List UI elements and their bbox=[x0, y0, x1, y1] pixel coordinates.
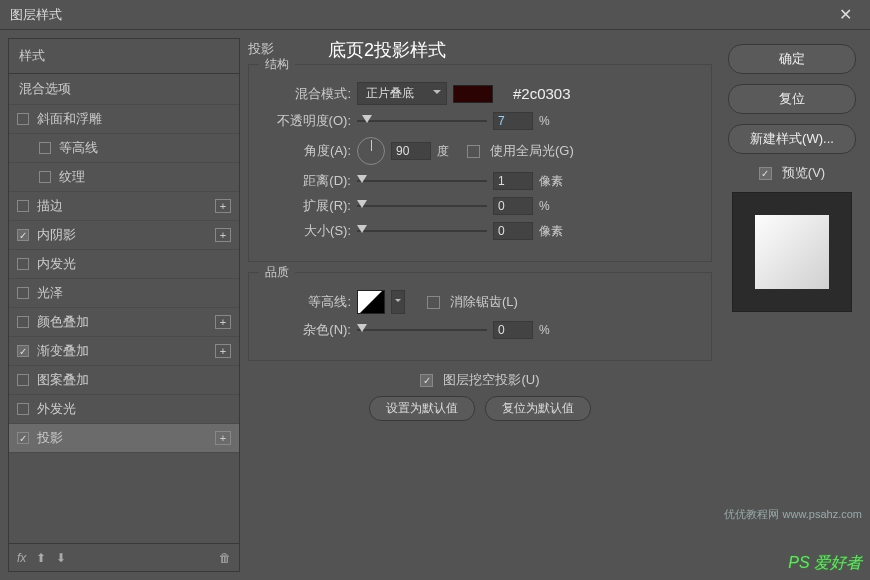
cancel-button[interactable]: 复位 bbox=[728, 84, 856, 114]
blending-options[interactable]: 混合选项 bbox=[9, 74, 239, 105]
contour-picker[interactable] bbox=[357, 290, 385, 314]
spread-label: 扩展(R): bbox=[263, 197, 351, 215]
sidebar-footer: fx ⬆ ⬇ 🗑 bbox=[9, 543, 239, 571]
noise-unit: % bbox=[539, 323, 563, 337]
checkbox-icon[interactable] bbox=[17, 258, 29, 270]
style-contour-sub[interactable]: 等高线 bbox=[9, 134, 239, 163]
quality-legend: 品质 bbox=[259, 264, 295, 281]
sidebar-header: 样式 bbox=[9, 39, 239, 74]
distance-input[interactable] bbox=[493, 172, 533, 190]
blend-mode-select[interactable]: 正片叠底 bbox=[357, 82, 447, 105]
window-title: 图层样式 bbox=[10, 6, 831, 24]
size-slider[interactable] bbox=[357, 224, 487, 238]
opacity-label: 不透明度(O): bbox=[263, 112, 351, 130]
style-stroke[interactable]: 描边+ bbox=[9, 192, 239, 221]
ok-button[interactable]: 确定 bbox=[728, 44, 856, 74]
settings-panel: 投影 底页2投影样式 结构 混合模式: 正片叠底 #2c0303 不透明度(O)… bbox=[248, 38, 712, 572]
checkbox-icon[interactable] bbox=[17, 316, 29, 328]
size-input[interactable] bbox=[493, 222, 533, 240]
checkbox-icon[interactable] bbox=[17, 229, 29, 241]
spread-slider[interactable] bbox=[357, 199, 487, 213]
main-panel: 投影 底页2投影样式 结构 混合模式: 正片叠底 #2c0303 不透明度(O)… bbox=[248, 38, 862, 572]
hex-value: #2c0303 bbox=[513, 85, 571, 102]
panel-title: 投影 bbox=[248, 40, 712, 58]
checkbox-icon[interactable] bbox=[17, 345, 29, 357]
close-icon[interactable]: ✕ bbox=[831, 5, 860, 24]
reset-default-button[interactable]: 复位为默认值 bbox=[485, 396, 591, 421]
opacity-row: 不透明度(O): % bbox=[263, 112, 697, 130]
arrow-down-icon[interactable]: ⬇ bbox=[56, 551, 66, 565]
structure-group: 结构 混合模式: 正片叠底 #2c0303 不透明度(O): % bbox=[248, 64, 712, 262]
plus-icon[interactable]: + bbox=[215, 344, 231, 358]
checkbox-icon[interactable] bbox=[17, 113, 29, 125]
watermark: PS 爱好者 bbox=[788, 553, 862, 574]
spread-row: 扩展(R): % bbox=[263, 197, 697, 215]
spread-input[interactable] bbox=[493, 197, 533, 215]
checkbox-icon[interactable] bbox=[17, 432, 29, 444]
preview-checkbox[interactable] bbox=[759, 167, 772, 180]
color-swatch[interactable] bbox=[453, 85, 493, 103]
titlebar: 图层样式 ✕ bbox=[0, 0, 870, 30]
checkbox-icon[interactable] bbox=[39, 142, 51, 154]
angle-row: 角度(A): 度 使用全局光(G) bbox=[263, 137, 697, 165]
checkbox-icon[interactable] bbox=[17, 374, 29, 386]
global-light-checkbox[interactable] bbox=[467, 145, 480, 158]
knockout-label: 图层挖空投影(U) bbox=[443, 371, 539, 389]
structure-legend: 结构 bbox=[259, 56, 295, 73]
checkbox-icon[interactable] bbox=[17, 287, 29, 299]
make-default-button[interactable]: 设置为默认值 bbox=[369, 396, 475, 421]
checkbox-icon[interactable] bbox=[17, 200, 29, 212]
style-outer-glow[interactable]: 外发光 bbox=[9, 395, 239, 424]
style-inner-shadow[interactable]: 内阴影+ bbox=[9, 221, 239, 250]
opacity-input[interactable] bbox=[493, 112, 533, 130]
preview-label: 预览(V) bbox=[782, 164, 825, 182]
watermark-sub: 优优教程网 www.psahz.com bbox=[724, 507, 862, 522]
opacity-slider[interactable] bbox=[357, 114, 487, 128]
contour-row: 等高线: 消除锯齿(L) bbox=[263, 290, 697, 314]
noise-label: 杂色(N): bbox=[263, 321, 351, 339]
blend-mode-label: 混合模式: bbox=[263, 85, 351, 103]
knockout-row: 图层挖空投影(U) bbox=[248, 371, 712, 389]
size-row: 大小(S): 像素 bbox=[263, 222, 697, 240]
preview-toggle[interactable]: 预览(V) bbox=[759, 164, 825, 182]
style-bevel[interactable]: 斜面和浮雕 bbox=[9, 105, 239, 134]
distance-unit: 像素 bbox=[539, 173, 563, 190]
plus-icon[interactable]: + bbox=[215, 315, 231, 329]
style-satin[interactable]: 光泽 bbox=[9, 279, 239, 308]
angle-dial[interactable] bbox=[357, 137, 385, 165]
angle-input[interactable] bbox=[391, 142, 431, 160]
checkbox-icon[interactable] bbox=[39, 171, 51, 183]
noise-row: 杂色(N): % bbox=[263, 321, 697, 339]
noise-slider[interactable] bbox=[357, 323, 487, 337]
fx-icon[interactable]: fx bbox=[17, 551, 26, 565]
default-buttons: 设置为默认值 复位为默认值 bbox=[248, 396, 712, 421]
new-style-button[interactable]: 新建样式(W)... bbox=[728, 124, 856, 154]
distance-slider[interactable] bbox=[357, 174, 487, 188]
global-light-label: 使用全局光(G) bbox=[490, 142, 574, 160]
style-pattern-overlay[interactable]: 图案叠加 bbox=[9, 366, 239, 395]
size-label: 大小(S): bbox=[263, 222, 351, 240]
checkbox-icon[interactable] bbox=[17, 403, 29, 415]
plus-icon[interactable]: + bbox=[215, 199, 231, 213]
style-texture-sub[interactable]: 纹理 bbox=[9, 163, 239, 192]
knockout-checkbox[interactable] bbox=[420, 374, 433, 387]
trash-icon[interactable]: 🗑 bbox=[219, 551, 231, 565]
window-body: 样式 混合选项 斜面和浮雕 等高线 纹理 描边+ 内阴影+ 内发光 光泽 颜色叠… bbox=[0, 30, 870, 580]
style-drop-shadow[interactable]: 投影+ bbox=[9, 424, 239, 453]
style-inner-glow[interactable]: 内发光 bbox=[9, 250, 239, 279]
right-column: 确定 复位 新建样式(W)... 预览(V) bbox=[722, 38, 862, 572]
spread-unit: % bbox=[539, 199, 563, 213]
contour-dropdown-icon[interactable] bbox=[391, 290, 405, 314]
opacity-unit: % bbox=[539, 114, 563, 128]
style-gradient-overlay[interactable]: 渐变叠加+ bbox=[9, 337, 239, 366]
arrow-up-icon[interactable]: ⬆ bbox=[36, 551, 46, 565]
style-color-overlay[interactable]: 颜色叠加+ bbox=[9, 308, 239, 337]
noise-input[interactable] bbox=[493, 321, 533, 339]
layer-style-window: 图层样式 ✕ 样式 混合选项 斜面和浮雕 等高线 纹理 描边+ 内阴影+ 内发光… bbox=[0, 0, 870, 580]
size-unit: 像素 bbox=[539, 223, 563, 240]
antialias-checkbox[interactable] bbox=[427, 296, 440, 309]
distance-row: 距离(D): 像素 bbox=[263, 172, 697, 190]
plus-icon[interactable]: + bbox=[215, 228, 231, 242]
preview-panel bbox=[732, 192, 852, 312]
plus-icon[interactable]: + bbox=[215, 431, 231, 445]
